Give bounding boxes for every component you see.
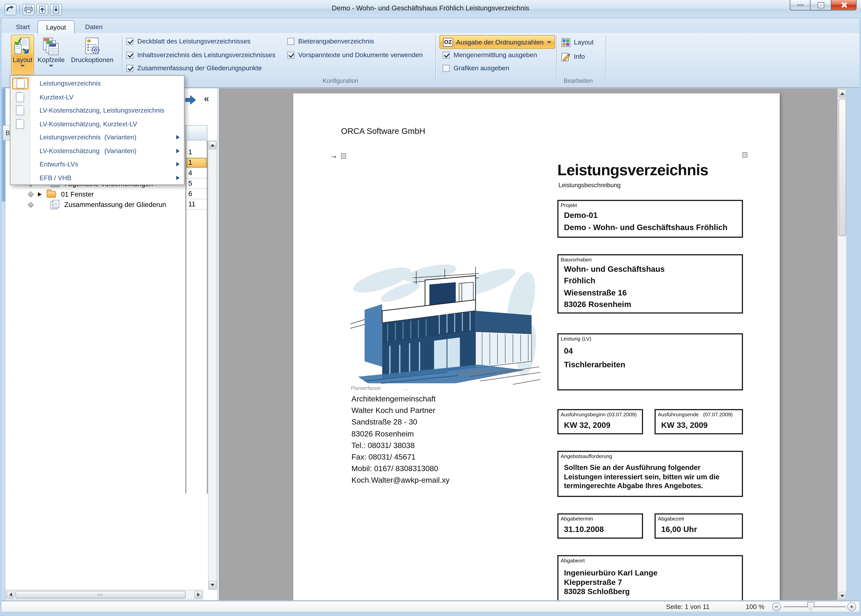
menu-item-efb-vhb[interactable]: EFB / VHB: [10, 171, 184, 185]
thumb-grip-icon: [98, 594, 103, 596]
scrollbar-thumb[interactable]: [16, 591, 185, 599]
checkbox-inhaltsverzeichnis[interactable]: Inhaltsverzeichnis des Leistungsverzeich…: [126, 51, 275, 59]
submenu-arrow-icon: [176, 135, 179, 140]
box-label-date: (07.07.2009): [703, 411, 733, 417]
checkbox-label: Mengenermittlung ausgeben: [454, 51, 537, 59]
submenu-arrow-icon: [176, 149, 179, 153]
documents-icon: [50, 200, 59, 209]
forward-button[interactable]: [184, 93, 198, 107]
minimize-icon: [797, 4, 803, 6]
tree-number-cell-selected[interactable]: 1: [186, 158, 207, 168]
tree-number-cell[interactable]: 11: [186, 200, 207, 210]
menu-item-label: Kurztext-LV: [39, 93, 74, 101]
planverfasser-label: Planverfasser ...: [351, 385, 409, 391]
tree-vertical-scrollbar[interactable]: [208, 141, 217, 590]
expander-triangle-icon[interactable]: [38, 192, 42, 196]
checkbox-grafiken[interactable]: Grafiken ausgeben: [443, 64, 509, 72]
menu-item-lv-kostenschaetzung-kurztext[interactable]: LV-Kostenschätzung, Kurztext-LV: [10, 117, 184, 131]
tab-layout[interactable]: Layout: [38, 20, 75, 33]
box-ausfuehrungsende: Ausführungsende (07.07.2009) KW 33, 2009: [655, 409, 743, 434]
maximize-button[interactable]: [811, 0, 831, 10]
tab-daten[interactable]: Daten: [77, 20, 111, 33]
menu-item-label: Entwurfs-LVs: [39, 160, 79, 168]
oz-ordnungszahlen-button[interactable]: OZ Ausgabe der Ordnungszahlen: [439, 35, 555, 49]
address-line: Fax: 08031/ 45671: [352, 451, 449, 463]
box-label-date: (03.07.2009): [607, 411, 636, 417]
menu-item-leistungsverzeichnis[interactable]: Leistungsverzeichnis: [10, 77, 184, 90]
minimize-button[interactable]: [790, 0, 811, 10]
checkbox-label: Vorspanntexte und Dokumente verwenden: [298, 51, 423, 59]
scroll-left-button[interactable]: [7, 591, 14, 599]
window-right-border: [859, 17, 861, 612]
scroll-right-button[interactable]: [195, 591, 202, 599]
checkbox-zusammenfassung[interactable]: Zusammenfassung der Gliederungspunkte: [126, 64, 262, 72]
column-divider: [207, 141, 207, 493]
tree-row-01-fenster[interactable]: 01 Fenster: [28, 189, 94, 200]
scroll-up-button[interactable]: [209, 141, 216, 149]
menu-item-kurztext-lv[interactable]: Kurztext-LV: [10, 90, 184, 104]
print-preview-pane: ORCA Software GmbH → Leistungsverzeichni…: [219, 88, 846, 600]
zoom-slider-track[interactable]: [784, 606, 846, 607]
checkbox-mengenermittlung[interactable]: Mengenermittlung ausgeben: [443, 51, 537, 59]
panel-splitter[interactable]: [217, 88, 219, 600]
box-value: KW 33, 2009: [661, 421, 707, 429]
zoom-in-button[interactable]: +: [847, 602, 856, 611]
scroll-down-button[interactable]: [839, 592, 846, 600]
page-subtitle: Leistungsbeschreibung: [558, 182, 621, 189]
tree-header-label: B: [5, 129, 10, 137]
menu-item-label: LV-Kostenschätzung: [39, 147, 99, 155]
document-page-icon: [16, 105, 24, 115]
arrow-left-icon: [9, 592, 12, 597]
tree-header-numbers[interactable]: [185, 125, 207, 141]
window-left-border: [0, 17, 2, 612]
edit-layout-button[interactable]: Layout: [561, 36, 594, 49]
tree-row-label: Zusammenfassung der Gliederun: [64, 201, 166, 208]
menu-item-lv-kostenschaetzung-lv[interactable]: LV-Kostenschätzung, Leistungsverzeichnis: [10, 104, 184, 117]
window-title: Demo - Wohn- und Geschäftshaus Fröhlich …: [0, 4, 861, 12]
status-bar: Seite: 1 von 11 100 % − +: [0, 601, 861, 612]
address-line: Sandstraße 28 - 30: [352, 416, 449, 428]
box-bauvorhaben: Bauvorhaben Wohn- und Geschäftshaus Fröh…: [557, 254, 743, 313]
menu-item-label: Leistungsverzeichnis: [39, 134, 101, 141]
collapse-panel-button[interactable]: «: [200, 92, 213, 105]
checkbox-label: Grafiken ausgeben: [454, 64, 509, 72]
folder-icon: [47, 191, 56, 197]
tree-number-cell[interactable]: 5: [186, 178, 207, 189]
tree-row-zusammenfassung[interactable]: Zusammenfassung der Gliederun: [28, 200, 166, 210]
tree-horizontal-scrollbar[interactable]: [5, 590, 203, 600]
menu-item-lv-kostenschaetzung-varianten[interactable]: LV-Kostenschätzung (Varianten): [10, 144, 184, 158]
scroll-up-button[interactable]: [839, 90, 846, 98]
box-line: 04: [564, 347, 573, 355]
checkbox-deckblatt[interactable]: Deckblatt des Leistungsverzeichnisses: [126, 38, 250, 45]
tree-number-cell[interactable]: 1: [186, 147, 207, 158]
close-button[interactable]: [831, 0, 857, 10]
box-projekt: Projekt Demo-01 Demo - Wohn- und Geschäf…: [557, 200, 743, 238]
tree-number-cell[interactable]: 4: [186, 168, 207, 178]
zoom-slider-thumb[interactable]: [807, 602, 814, 611]
planverfasser-address: Architektengemeinschaft Walter Koch und …: [352, 393, 449, 486]
zoom-out-button[interactable]: −: [772, 602, 781, 611]
tree-number-cell[interactable]: 6: [186, 189, 207, 200]
tab-start[interactable]: Start: [8, 20, 38, 33]
layout-big-icon: [13, 37, 32, 55]
druckoptionen-icon: [83, 37, 101, 55]
layout-big-button[interactable]: Layout: [11, 35, 34, 75]
checkbox-bieterangaben[interactable]: Bieterangabenverzeichnis: [287, 38, 374, 45]
application-window: Demo - Wohn- und Geschäftshaus Fröhlich …: [0, 0, 861, 616]
preview-vertical-scrollbar[interactable]: [837, 88, 846, 600]
scrollbar-thumb[interactable]: [839, 99, 846, 236]
double-chevron-left-icon: «: [204, 93, 209, 104]
menu-item-leistungsverzeichnis-varianten[interactable]: Leistungsverzeichnis (Varianten): [10, 130, 184, 144]
address-line: Walter Koch und Partner: [352, 405, 449, 416]
checkbox-icon: [126, 64, 134, 72]
scroll-down-button[interactable]: [209, 581, 216, 589]
menu-item-entwurfs-lvs[interactable]: Entwurfs-LVs: [10, 158, 184, 171]
kopfzeile-button[interactable]: Kopfzeile: [35, 35, 67, 75]
address-line: Mobil: 0167/ 8308313080: [352, 463, 449, 475]
checkbox-vorspanntexte[interactable]: Vorspanntexte und Dokumente verwenden: [287, 51, 423, 59]
edit-info-button[interactable]: Info: [561, 50, 585, 63]
druckoptionen-button[interactable]: Druckoptionen: [68, 35, 116, 75]
checkbox-icon: [126, 51, 134, 58]
menu-item-label: LV-Kostenschätzung, Leistungsverzeichnis: [39, 107, 164, 114]
menu-item-label2: (Varianten): [104, 134, 137, 141]
